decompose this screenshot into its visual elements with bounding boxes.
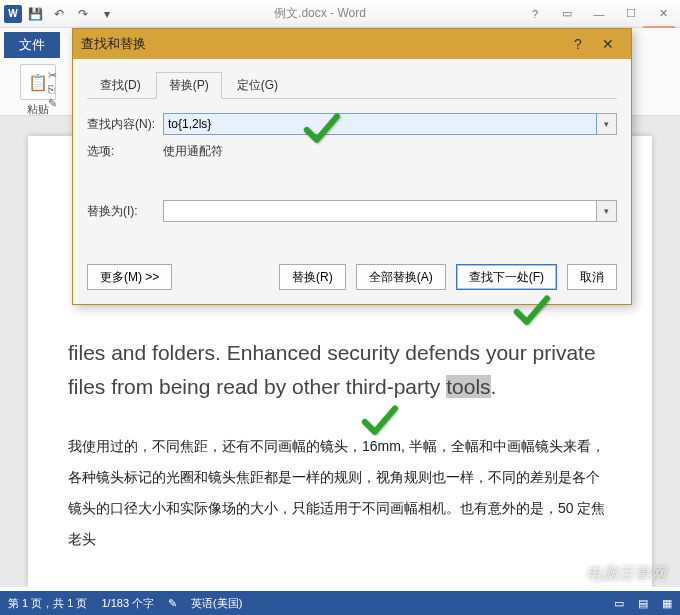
- dialog-title: 查找和替换: [81, 35, 563, 53]
- find-label: 查找内容(N):: [87, 116, 163, 133]
- options-label: 选项:: [87, 143, 163, 160]
- statusbar: 第 1 页，共 1 页 1/183 个字 ✎ 英语(美国) ▭ ▤ ▦: [0, 591, 680, 615]
- quick-access-toolbar: W 💾 ↶ ↷ ▾: [4, 3, 118, 25]
- options-value: 使用通配符: [163, 143, 223, 160]
- word-count[interactable]: 1/183 个字: [101, 596, 154, 611]
- annotation-checkmark-icon: [358, 400, 400, 446]
- dialog-button-row: 更多(M) >> 替换(R) 全部替换(A) 查找下一处(F) 取消: [87, 264, 617, 290]
- annotation-checkmark-icon: [300, 108, 342, 154]
- read-mode-icon[interactable]: ▭: [614, 597, 624, 610]
- proofing-icon[interactable]: ✎: [168, 597, 177, 610]
- save-button[interactable]: 💾: [24, 3, 46, 25]
- replace-button[interactable]: 替换(R): [279, 264, 346, 290]
- dialog-tabs: 查找(D) 替换(P) 定位(G): [87, 71, 617, 99]
- annotation-checkmark-icon: [510, 290, 552, 336]
- replace-all-button[interactable]: 全部替换(A): [356, 264, 446, 290]
- replace-dropdown-icon[interactable]: ▾: [597, 200, 617, 222]
- file-tab[interactable]: 文件: [4, 32, 60, 58]
- page-indicator[interactable]: 第 1 页，共 1 页: [8, 596, 87, 611]
- window-controls: ? ▭ — ☐ ✕: [522, 4, 676, 24]
- qat-more-icon[interactable]: ▾: [96, 3, 118, 25]
- language-indicator[interactable]: 英语(美国): [191, 596, 242, 611]
- find-row: 查找内容(N): ▾: [87, 113, 617, 135]
- tab-goto[interactable]: 定位(G): [224, 72, 291, 99]
- clipboard-mini-buttons: ✂ ⎘ ✎: [48, 68, 57, 110]
- maximize-button[interactable]: ☐: [618, 4, 644, 24]
- dialog-titlebar[interactable]: 查找和替换 ? ✕: [73, 29, 631, 59]
- dialog-help-button[interactable]: ?: [563, 32, 593, 56]
- window-title: 例文.docx - Word: [118, 5, 522, 22]
- more-button[interactable]: 更多(M) >>: [87, 264, 172, 290]
- dialog-body: 查找(D) 替换(P) 定位(G) 查找内容(N): ▾ 选项: 使用通配符 替…: [73, 59, 631, 304]
- web-layout-icon[interactable]: ▦: [662, 597, 672, 610]
- watermark-text: 电脑百事网: [586, 564, 666, 585]
- minimize-button[interactable]: —: [586, 4, 612, 24]
- chinese-paragraph: 我使用过的，不同焦距，还有不同画幅的镜头，16mm, 半幅，全幅和中画幅镜头来看…: [68, 431, 612, 554]
- find-replace-dialog: 查找和替换 ? ✕ 查找(D) 替换(P) 定位(G) 查找内容(N): ▾ 选…: [72, 28, 632, 305]
- find-dropdown-icon[interactable]: ▾: [597, 113, 617, 135]
- tab-replace[interactable]: 替换(P): [156, 72, 222, 99]
- replace-input[interactable]: [163, 200, 597, 222]
- find-next-button[interactable]: 查找下一处(F): [456, 264, 557, 290]
- replace-label: 替换为(I):: [87, 203, 163, 220]
- copy-button[interactable]: ⎘: [48, 82, 57, 96]
- close-window-button[interactable]: ✕: [650, 4, 676, 24]
- undo-button[interactable]: ↶: [48, 3, 70, 25]
- highlighted-match: tools: [446, 375, 490, 398]
- cancel-button[interactable]: 取消: [567, 264, 617, 290]
- redo-button[interactable]: ↷: [72, 3, 94, 25]
- word-app-icon: W: [4, 5, 22, 23]
- dialog-close-button[interactable]: ✕: [593, 32, 623, 56]
- find-input[interactable]: [163, 113, 597, 135]
- text-run: .: [491, 375, 497, 398]
- cut-button[interactable]: ✂: [48, 68, 57, 82]
- ribbon-help-icon[interactable]: ?: [522, 4, 548, 24]
- english-paragraph: files and folders. Enhanced security def…: [68, 336, 612, 403]
- options-row: 选项: 使用通配符: [87, 143, 617, 160]
- format-painter-button[interactable]: ✎: [48, 96, 57, 110]
- replace-row: 替换为(I): ▾: [87, 200, 617, 222]
- titlebar: W 💾 ↶ ↷ ▾ 例文.docx - Word ? ▭ — ☐ ✕: [0, 0, 680, 28]
- paste-label: 粘贴: [8, 102, 68, 117]
- ribbon-collapse-icon[interactable]: ▭: [554, 4, 580, 24]
- tab-find[interactable]: 查找(D): [87, 72, 154, 99]
- text-run: files and folders. Enhanced security def…: [68, 341, 596, 398]
- print-layout-icon[interactable]: ▤: [638, 597, 648, 610]
